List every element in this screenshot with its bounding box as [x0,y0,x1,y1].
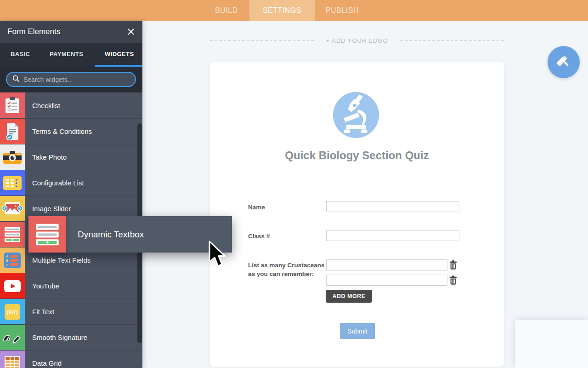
tab-widgets[interactable]: WIDGETS [105,43,134,65]
widget-item-checklist[interactable]: Checklist [0,92,142,118]
name-input[interactable] [326,201,459,212]
search-icon [12,75,23,84]
take-photo-icon [0,144,25,170]
top-navigation-bar: BUILD SETTINGS PUBLISH [0,0,588,21]
logo-dashed-line-right [400,40,504,41]
widget-item-fit-text[interactable]: [FIT] Fit Text [0,299,142,324]
multiple-text-fields-icon: ABC [0,247,25,273]
class-number-input[interactable] [326,230,459,241]
widget-item-label: Terms & Conditions [25,119,92,144]
crustacean-input-1[interactable] [326,259,447,270]
fit-text-icon: [FIT] [0,299,25,324]
checklist-icon [0,92,25,118]
smooth-signature-icon [0,325,25,350]
close-icon[interactable] [127,28,135,36]
svg-text:[FIT]: [FIT] [7,309,18,315]
configurable-list-icon [0,170,25,196]
panel-header: Form Elements [0,21,142,43]
add-logo-area[interactable]: + ADD YOUR LOGO [210,37,504,44]
name-field-label[interactable]: Name [248,203,265,212]
form-canvas-card: Quick Biology Section Quiz Name Class # … [210,62,504,367]
data-grid-icon [0,351,25,368]
svg-text:B: B [6,259,8,262]
tab-publish[interactable]: PUBLISH [319,0,365,21]
tab-basic[interactable]: BASIC [11,43,30,65]
add-more-button[interactable]: ADD MORE [326,290,372,303]
tab-build[interactable]: BUILD [204,0,249,21]
terms-conditions-icon [0,119,25,144]
drag-ghost-label: Dynamic Textbox [66,216,144,253]
bottom-right-panel [515,320,588,368]
svg-text:A: A [6,254,8,258]
widget-item-data-grid[interactable]: Data Grid [0,350,142,368]
form-elements-panel: Form Elements BASIC PAYMENTS WIDGETS [0,21,142,368]
widget-item-take-photo[interactable]: Take Photo [0,144,142,170]
form-builder-app: BUILD SETTINGS PUBLISH + ADD YOUR LOGO [0,0,588,368]
drag-ghost-dynamic-textbox[interactable]: Dynamic Textbox [28,216,232,253]
widget-item-terms-conditions[interactable]: Terms & Conditions [0,118,142,144]
crustaceans-field-label[interactable]: List as many Crustaceans as you can reme… [248,261,326,278]
widget-item-configurable-list[interactable]: Configurable List [0,170,142,196]
tab-settings[interactable]: SETTINGS [249,0,315,21]
image-slider-icon [0,196,25,221]
trash-icon[interactable] [449,276,458,285]
crustacean-input-2[interactable] [326,275,447,286]
youtube-icon [0,273,25,299]
search-section [0,67,142,92]
search-widgets-input[interactable] [23,76,130,83]
svg-text:C: C [6,263,8,266]
mouse-cursor-icon [207,241,228,271]
widget-item-label: YouTube [25,273,59,299]
widget-item-label: Checklist [25,92,60,118]
dynamic-textbox-icon [0,222,25,247]
submit-button[interactable]: Submit [340,323,375,339]
widget-item-label: Data Grid [25,351,62,368]
widget-item-label: Configurable List [25,170,84,196]
add-logo-label[interactable]: + ADD YOUR LOGO [314,37,400,44]
class-field-label[interactable]: Class # [248,232,270,241]
logo-dashed-line-left [210,40,314,41]
search-box[interactable] [6,72,136,87]
panel-title: Form Elements [7,27,60,36]
panel-tabs: BASIC PAYMENTS WIDGETS [0,43,142,67]
microscope-icon [333,92,379,138]
dynamic-textbox-icon [28,216,66,253]
widget-item-label: Take Photo [25,144,67,170]
form-designer-button[interactable] [548,46,580,78]
widget-item-label: Smooth Signature [25,325,87,350]
widget-item-youtube[interactable]: YouTube [0,273,142,299]
form-title[interactable]: Quick Biology Section Quiz [210,149,504,162]
paint-roller-icon [555,52,572,72]
tab-payments[interactable]: PAYMENTS [50,43,83,65]
widget-item-smooth-signature[interactable]: Smooth Signature [0,324,142,350]
widget-item-label: Fit Text [25,299,54,324]
trash-icon[interactable] [449,260,458,270]
